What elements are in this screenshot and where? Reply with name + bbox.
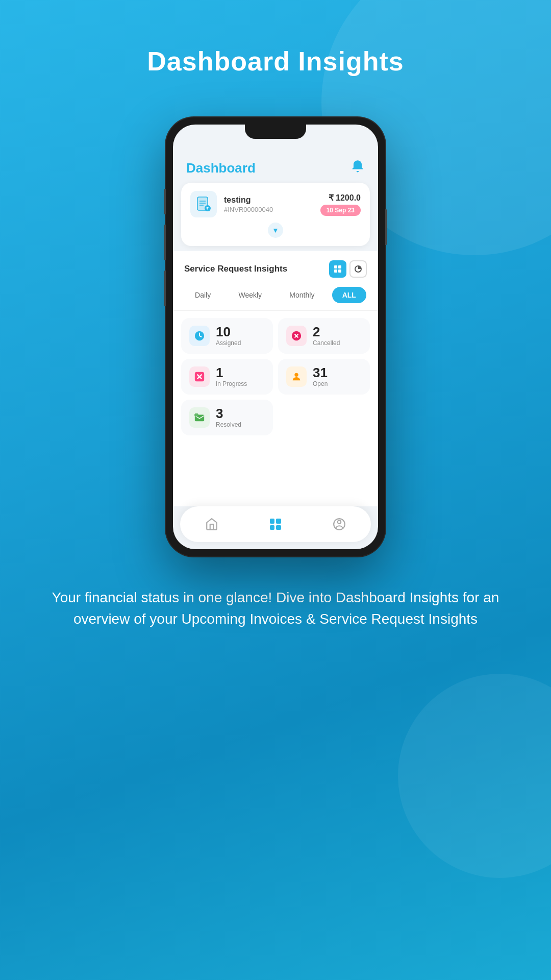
dashboard-header: Dashboard: [173, 150, 378, 183]
stat-open: 31 Open: [278, 359, 370, 395]
cancelled-number: 2: [313, 325, 340, 338]
grid-view-icon[interactable]: [329, 260, 346, 278]
volume-down-button: [164, 271, 166, 306]
invoice-date: 10 Sep 23: [320, 205, 361, 216]
filter-monthly[interactable]: Monthly: [279, 287, 324, 303]
stat-in-progress: 1 In Progress: [181, 359, 273, 395]
in-progress-icon: [189, 366, 210, 387]
view-toggle: [329, 260, 367, 278]
in-progress-number: 1: [216, 366, 247, 379]
phone-mockup: Dashboard: [0, 117, 551, 556]
resolved-icon: [189, 407, 210, 428]
svg-rect-9: [334, 270, 337, 273]
filter-daily[interactable]: Daily: [185, 287, 221, 303]
nav-profile[interactable]: [324, 509, 355, 540]
svg-rect-10: [338, 270, 341, 273]
svg-point-15: [294, 373, 298, 377]
resolved-number: 3: [216, 407, 241, 420]
chart-view-icon[interactable]: [349, 260, 367, 278]
invoice-id: #INVR00000040: [224, 206, 313, 213]
filter-weekly[interactable]: Weekly: [228, 287, 272, 303]
volume-up-button: [164, 225, 166, 260]
stat-cancelled: 2 Cancelled: [278, 318, 370, 354]
dashboard-grid-icon: [270, 519, 281, 530]
notification-bell-icon[interactable]: [350, 159, 365, 177]
insights-title: Service Request Insights: [184, 264, 287, 274]
filter-all[interactable]: ALL: [332, 287, 366, 303]
cancelled-icon: [286, 326, 307, 346]
cancelled-label: Cancelled: [313, 339, 340, 347]
page-title: Dashboard Insights: [0, 0, 551, 77]
bottom-navigation: [180, 506, 371, 542]
bottom-description: Your financial status in one glance! Div…: [0, 556, 551, 650]
svg-rect-7: [334, 265, 337, 268]
invoice-icon: ₹: [190, 191, 217, 217]
svg-rect-16: [195, 414, 198, 416]
invoice-card: ₹ testing #INVR00000040 ₹ 1200.0 10 Sep …: [181, 183, 370, 246]
expand-chevron-icon[interactable]: ▼: [268, 223, 283, 238]
open-number: 31: [313, 366, 328, 379]
mute-button: [164, 189, 166, 214]
assigned-number: 10: [216, 325, 241, 338]
nav-dashboard[interactable]: [260, 509, 291, 540]
svg-rect-8: [338, 265, 341, 268]
phone-notch: [245, 125, 306, 139]
svg-point-18: [337, 520, 341, 523]
stat-resolved: 3 Resolved: [181, 400, 273, 435]
nav-home[interactable]: [196, 509, 227, 540]
assigned-icon: [189, 326, 210, 346]
open-label: Open: [313, 380, 328, 387]
invoice-name: testing: [224, 195, 313, 205]
stat-assigned: 10 Assigned: [181, 318, 273, 354]
assigned-label: Assigned: [216, 339, 241, 347]
filter-tabs: Daily Weekly Monthly ALL: [173, 283, 378, 311]
insights-section: Service Request Insights: [173, 251, 378, 506]
resolved-label: Resolved: [216, 421, 241, 428]
in-progress-label: In Progress: [216, 380, 247, 387]
dashboard-title: Dashboard: [186, 160, 256, 176]
power-button: [385, 209, 387, 245]
invoice-amount: ₹ 1200.0: [320, 193, 361, 203]
stats-grid: 10 Assigned: [173, 311, 378, 443]
open-icon: [286, 366, 307, 387]
